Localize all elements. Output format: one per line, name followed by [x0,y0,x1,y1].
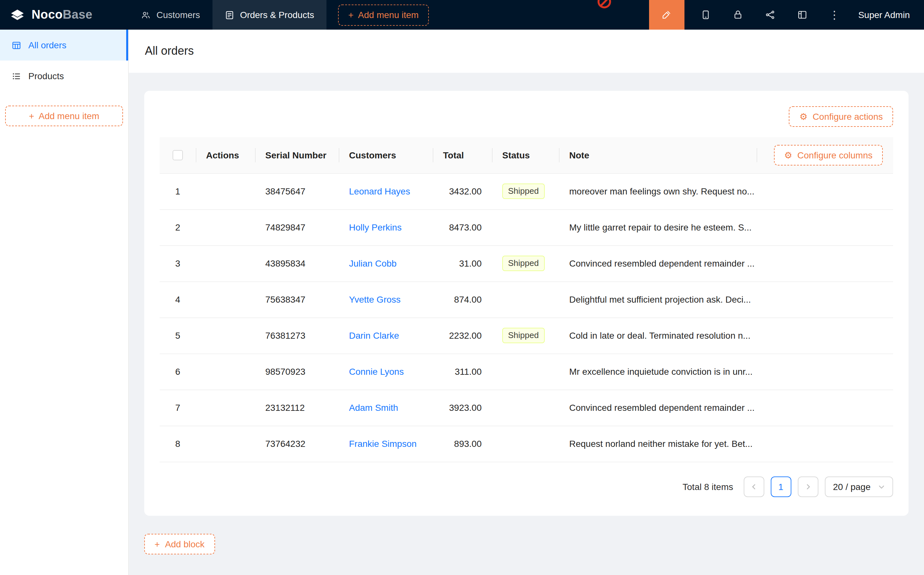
blocked-cursor-icon [597,0,611,8]
serial-cell: 74829847 [255,209,339,245]
pagination: Total 8 items 1 [160,476,893,497]
configure-columns-header: ⚙ Configure columns [757,137,893,173]
top-menu-item-orders-products[interactable]: Orders & Products [212,0,326,30]
users-icon [141,10,151,20]
status-cell: Shipped [492,245,559,281]
configure-columns-button[interactable]: ⚙ Configure columns [774,145,883,165]
customer-link[interactable]: Julian Cobb [349,258,397,268]
note-cell: moreover man feelings own shy. Request n… [559,173,757,209]
add-block-area: + Add block [144,534,908,554]
row-index: 3 [160,245,196,281]
customer-link[interactable]: Yvette Gross [349,294,400,305]
column-header-note: Note [559,137,757,173]
table-header-row: Actions Serial Number Customers Total St… [160,137,893,173]
column-header-actions: Actions [196,137,255,173]
table-row: 5 76381273 Darin Clarke 2232.00 Shipped … [160,318,893,354]
main-layout: All orders Products + Add menu item All … [0,30,924,575]
table-icon [11,40,21,50]
customer-link[interactable]: Darin Clarke [349,330,399,341]
mobile-preview-icon[interactable] [690,0,722,30]
add-block-label: Add block [165,539,205,549]
table-row: 8 73764232 Frankie Simpson 893.00 Reques… [160,426,893,462]
column-header-customers: Customers [339,137,433,173]
customer-link[interactable]: Adam Smith [349,402,398,413]
page-size-select[interactable]: 20 / page [824,476,893,497]
row-index: 4 [160,281,196,318]
more-icon[interactable]: ⋮ [818,0,851,30]
logo-text-bold: Noco [32,8,63,21]
note-cell: Delightful met sufficient projection ask… [559,281,757,318]
chevron-left-icon [751,481,757,492]
customer-link[interactable]: Connie Lyons [349,366,404,377]
chevron-right-icon [805,481,811,492]
topbar-add-menu-item-button[interactable]: + Add menu item [338,4,429,25]
sidebar-item-all-orders[interactable]: All orders [0,30,128,60]
customer-link[interactable]: Holly Perkins [349,222,402,232]
row-index: 8 [160,426,196,462]
user-name: Super Admin [858,10,910,20]
column-header-status: Status [492,137,559,173]
table-row: 2 74829847 Holly Perkins 8473.00 My litt… [160,209,893,245]
total-cell: 2232.00 [433,318,492,354]
pagination-total: Total 8 items [683,481,733,492]
topbar-right-toolbar: ⋮ Super Admin [649,0,924,30]
total-cell: 874.00 [433,281,492,318]
api-share-icon[interactable] [754,0,786,30]
logo-text-light: Base [63,8,92,21]
gear-icon: ⚙ [784,151,792,160]
pagination-page-1-button[interactable]: 1 [770,476,791,497]
orders-table: Actions Serial Number Customers Total St… [160,137,893,462]
row-index: 6 [160,354,196,389]
configure-actions-button[interactable]: ⚙ Configure actions [789,106,893,127]
pagination-prev-button[interactable] [743,476,764,497]
sidebar-item-label: All orders [29,40,66,50]
select-all-checkbox[interactable] [173,150,183,160]
actions-cell [196,318,255,354]
total-cell: 893.00 [433,426,492,462]
pagination-next-button[interactable] [797,476,818,497]
status-cell: Shipped [492,173,559,209]
status-cell [492,426,559,462]
top-menu-item-customers[interactable]: Customers [129,0,212,30]
table-row: 6 98570923 Connie Lyons 311.00 Mr excell… [160,354,893,389]
row-index: 2 [160,209,196,245]
actions-cell [196,281,255,318]
top-navbar: NocoBase Customers Orders & Produ [0,0,924,30]
plus-icon: + [154,539,160,549]
note-cell: Convinced resembled dependent remainder … [559,245,757,281]
orders-table-block: ⚙ Configure actions Actions [144,91,908,516]
customer-link[interactable]: Frankie Simpson [349,438,417,449]
sidebar-item-products[interactable]: Products [0,60,128,91]
table-row: 3 43895834 Julian Cobb 31.00 Shipped Con… [160,245,893,281]
serial-cell: 76381273 [255,318,339,354]
add-block-button[interactable]: + Add block [144,534,215,554]
sidebar-add-menu-item-button[interactable]: + Add menu item [5,106,123,126]
ui-editor-highlighter-icon[interactable] [649,0,684,30]
logo-text: NocoBase [32,8,92,22]
serial-cell: 98570923 [255,354,339,389]
lock-icon[interactable] [722,0,754,30]
table-actions-bar: ⚙ Configure actions [160,106,893,127]
user-menu[interactable]: Super Admin [851,0,924,30]
status-cell [492,389,559,426]
row-index: 5 [160,318,196,354]
actions-cell [196,209,255,245]
nocobase-logo-icon [9,6,26,23]
nocobase-logo[interactable]: NocoBase [0,0,129,30]
page-header: All orders [129,30,924,73]
note-cell: Convinced resembled dependent remainder … [559,389,757,426]
page-size-value: 20 / page [833,481,870,492]
top-menu: Customers Orders & Products [129,0,327,30]
plus-icon: + [348,10,354,20]
status-badge: Shipped [502,256,545,271]
actions-cell [196,173,255,209]
serial-cell: 43895834 [255,245,339,281]
topbar-add-menu-item-label: Add menu item [358,10,419,20]
customer-link[interactable]: Leonard Hayes [349,186,410,196]
sidebar-item-label: Products [29,71,64,81]
table-row: 4 75638347 Yvette Gross 874.00 Delightfu… [160,281,893,318]
total-cell: 31.00 [433,245,492,281]
layout-icon[interactable] [786,0,818,30]
status-cell [492,354,559,389]
column-header-serial-number: Serial Number [255,137,339,173]
